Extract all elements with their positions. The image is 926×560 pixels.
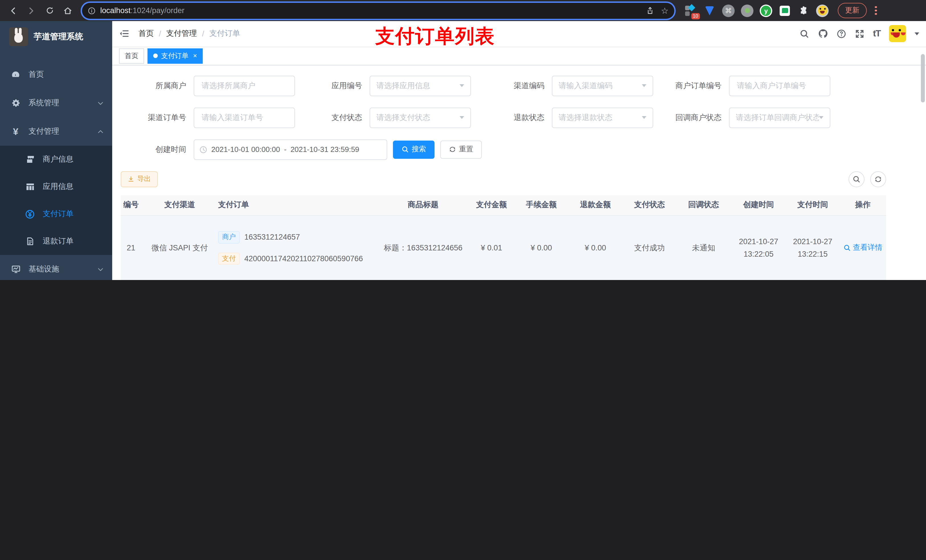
browser-update-button[interactable]: 更新: [838, 3, 867, 18]
store-icon: [25, 154, 35, 164]
extensions-puzzle-icon[interactable]: [797, 4, 810, 17]
fullscreen-icon[interactable]: [855, 29, 864, 39]
date-end: 2021-10-31 23:59:59: [291, 145, 359, 154]
gauge-icon: [11, 70, 21, 79]
create-time-label: 创建时间: [121, 144, 194, 154]
merchant-order-no-input[interactable]: [729, 75, 830, 96]
caret-down-icon[interactable]: [915, 32, 919, 35]
pay-tag: 支付: [218, 252, 240, 265]
channel-order-no-field[interactable]: [200, 113, 288, 122]
browser-back-button[interactable]: [6, 3, 21, 18]
close-tab-icon[interactable]: ×: [193, 52, 197, 60]
channel-code-select[interactable]: 请输入渠道编码: [552, 75, 653, 96]
tab-pay-order[interactable]: 支付订单 ×: [147, 48, 203, 63]
sidebar-item-home[interactable]: 首页: [0, 60, 112, 89]
share-icon[interactable]: [646, 6, 654, 15]
collapse-sidebar-icon[interactable]: [119, 29, 129, 38]
app-select[interactable]: 请选择应用信息: [369, 75, 471, 96]
active-dot-icon: [153, 53, 158, 58]
url-text: localhost:1024/pay/order: [100, 6, 646, 15]
channel-order-no-input[interactable]: [194, 107, 295, 128]
extension-dot-icon[interactable]: [741, 4, 754, 17]
merchant-label: 所属商户: [121, 80, 194, 91]
breadcrumb: 首页 / 支付管理 / 支付订单: [138, 29, 240, 39]
help-icon[interactable]: [837, 29, 846, 39]
toggle-search-button[interactable]: [849, 171, 864, 187]
chevron-up-icon: [97, 128, 104, 135]
url-path: :1024/pay/order: [131, 6, 185, 15]
sidebar-item-refund-order[interactable]: 退款订单: [0, 228, 112, 255]
app-logo[interactable]: 芋道管理系统: [0, 21, 112, 52]
chevron-down-icon: [97, 99, 104, 107]
date-start: 2021-10-01 00:00:00: [211, 145, 280, 154]
sidebar-item-merchant-info[interactable]: 商户信息: [0, 146, 112, 173]
chevron-down-icon: [97, 266, 104, 273]
address-bar[interactable]: localhost:1024/pay/order ☆: [82, 3, 674, 18]
sidebar-item-app-info[interactable]: 应用信息: [0, 173, 112, 200]
pay-submenu: 商户信息 应用信息 支付订单 退款订单: [0, 146, 112, 255]
bookmark-star-icon[interactable]: ☆: [661, 6, 669, 15]
search-button[interactable]: 搜索: [393, 140, 434, 158]
chevron-down-icon: [819, 116, 823, 119]
sidebar-item-pay[interactable]: ¥ 支付管理: [0, 117, 112, 146]
browser-forward-button[interactable]: [24, 3, 39, 18]
sidebar-item-pay-order[interactable]: 支付订单: [0, 200, 112, 228]
extension-command-icon[interactable]: ⌘: [722, 4, 735, 17]
merchant-input-field[interactable]: [200, 81, 288, 91]
site-info-icon[interactable]: [88, 6, 96, 15]
breadcrumb-home[interactable]: 首页: [138, 29, 154, 39]
document-icon: [25, 237, 35, 246]
tags-view-bar: 首页 支付订单 ×: [112, 47, 926, 65]
github-icon[interactable]: [818, 29, 828, 39]
browser-menu-icon[interactable]: [875, 6, 877, 15]
browser-home-button[interactable]: [61, 3, 75, 18]
channel-code-label: 渠道编码: [471, 80, 552, 91]
extension-badge: 10: [691, 13, 700, 19]
user-avatar[interactable]: [889, 25, 906, 42]
callback-status-label: 回调商户状态: [653, 112, 729, 123]
extension-gem-icon[interactable]: [703, 4, 716, 17]
channel-order-no-label: 渠道订单号: [121, 112, 194, 123]
yen-icon: ¥: [11, 127, 21, 136]
screen: localhost:1024/pay/order ☆ 10 ⌘ y 更新: [0, 0, 926, 280]
extension-sketch-icon[interactable]: 10: [684, 4, 697, 17]
reset-button[interactable]: 重置: [440, 140, 482, 158]
pay-status-select[interactable]: 请选择支付状态: [369, 107, 471, 128]
top-navbar: 首页 / 支付管理 / 支付订单 支付订单列表 tT: [112, 21, 926, 47]
navbar-actions: tT: [800, 25, 919, 42]
search-icon[interactable]: [800, 29, 809, 39]
merchant-order-no-field[interactable]: [736, 81, 823, 91]
browser-reload-button[interactable]: [42, 3, 57, 18]
merchant-input[interactable]: [194, 75, 295, 96]
profile-avatar-icon[interactable]: [816, 4, 829, 17]
create-time-range-picker[interactable]: 2021-10-01 00:00:00 - 2021-10-31 23:59:5…: [194, 139, 387, 160]
sidebar-menu: 首页 系统管理 ¥ 支付管理 商户信息: [0, 60, 112, 280]
app-title: 芋道管理系统: [33, 31, 83, 42]
sidebar-item-infra[interactable]: 基础设施: [0, 255, 112, 280]
extensions-row: 10 ⌘ y: [684, 4, 829, 17]
refund-status-select[interactable]: 请选择退款状态: [552, 107, 653, 128]
refresh-table-button[interactable]: [870, 171, 886, 187]
merchant-tag: 商户: [218, 231, 240, 243]
breadcrumb-pay[interactable]: 支付管理: [166, 29, 197, 39]
pay-status-label: 支付状态: [295, 112, 369, 123]
chevron-down-icon: [460, 84, 464, 87]
app-label: 应用编号: [295, 80, 369, 91]
export-button[interactable]: 导出: [121, 171, 158, 187]
chevron-down-icon: [642, 84, 646, 87]
merchant-order-no-label: 商户订单编号: [653, 80, 729, 91]
extension-chat-icon[interactable]: [779, 4, 791, 17]
breadcrumb-current: 支付订单: [209, 29, 240, 39]
tab-home[interactable]: 首页: [119, 48, 144, 63]
view-detail-link[interactable]: 查看详情: [843, 243, 882, 253]
monitor-icon: [11, 264, 21, 274]
refund-status-label: 退款状态: [471, 112, 552, 123]
sidebar: 芋道管理系统 首页 系统管理 ¥ 支付管理: [0, 21, 112, 280]
page-title-annotation: 支付订单列表: [375, 23, 495, 50]
sidebar-item-system[interactable]: 系统管理: [0, 89, 112, 117]
window-scrollbar[interactable]: [921, 54, 925, 103]
font-size-icon[interactable]: tT: [873, 29, 881, 39]
pay-order-table: 编号 支付渠道 支付订单 商品标题 支付金额 手续金额 退款金额 支付状态 回调…: [121, 195, 886, 280]
extension-y-icon[interactable]: y: [760, 4, 772, 17]
callback-status-select[interactable]: 请选择订单回调商户状态: [729, 107, 830, 128]
